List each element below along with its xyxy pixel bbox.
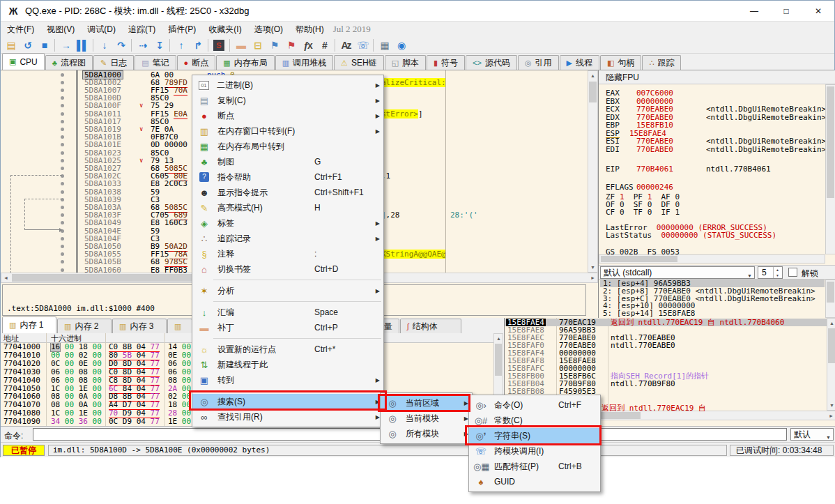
menu-item-set-new-origin[interactable]: ☼设置新的运行点Ctrl+*: [192, 342, 383, 357]
tab-dump-3[interactable]: ▥内存 3: [112, 319, 167, 333]
scroll-up-icon[interactable]: ▲: [827, 319, 835, 328]
minimize-button[interactable]: —: [738, 1, 770, 22]
toolbar-step-out-button[interactable]: ↑: [172, 38, 189, 53]
menu-item-highlight-mode[interactable]: ✎高亮模式(H)H: [192, 200, 383, 215]
menu-item-assemble[interactable]: ↓汇编Space: [192, 305, 383, 320]
tab-dump-2[interactable]: ▥内存 2: [57, 319, 112, 333]
dump-byte[interactable]: 00: [88, 417, 102, 426]
toolbar-stop-button[interactable]: ■: [36, 38, 52, 53]
menu-item-search[interactable]: ◎搜索(S)▶: [192, 394, 383, 409]
toolbar-run-to-user-code-button[interactable]: ↱: [189, 38, 206, 53]
tab-breakpoints[interactable]: ●断点: [177, 55, 216, 70]
tab-handles[interactable]: ◧句柄: [600, 55, 641, 70]
toolbar-patch-button[interactable]: ▬: [232, 38, 249, 53]
menu-item-follow-in-dump[interactable]: ▥在内存窗口中转到(F)▶: [192, 123, 383, 139]
toolbar-step-into-button[interactable]: ↓: [95, 38, 112, 53]
toolbar-run-to-cursor-button[interactable]: ⇢: [134, 38, 151, 53]
menu-item-patch[interactable]: ▬补丁Ctrl+P: [192, 320, 383, 335]
toolbar-comments-button[interactable]: ⊟: [249, 38, 266, 53]
tab-script[interactable]: ◱脚本: [385, 55, 426, 70]
command-type-select[interactable]: 默认 ▼: [790, 428, 834, 441]
register-row[interactable]: EBX00000000: [606, 98, 673, 105]
menu-item-new-thread-here[interactable]: ⇅新建线程于此: [192, 357, 383, 372]
menu-item-follow-in-memory-map[interactable]: ▦在内存布局中转到: [192, 139, 383, 154]
scroll-thumb[interactable]: [827, 86, 834, 198]
toolbar-functions-button[interactable]: ƒx: [299, 38, 316, 53]
scroll-right-icon[interactable]: ►: [588, 273, 597, 282]
register-row[interactable]: EFLAGS 00000246: [606, 183, 673, 191]
menu-item-show-mnemonic-brief[interactable]: ☻显示指令提示Ctrl+Shift+F1: [192, 185, 383, 200]
scroll-up-icon[interactable]: ▲: [494, 334, 503, 343]
scroll-thumb[interactable]: [828, 328, 835, 363]
stack-row[interactable]: 15E8FB04770B9F80ntdll.770B9F80: [505, 380, 827, 388]
toolbar-step-over-button[interactable]: ↷: [112, 38, 129, 53]
calling-convention-select[interactable]: 默认 (stdcall) ▼: [600, 266, 755, 279]
arg-count-stepper[interactable]: 5 ▲▼: [758, 266, 783, 279]
hide-fpu-button[interactable]: 隐藏FPU: [599, 70, 835, 84]
argument-row[interactable]: 5: [esp+14] 15E8FAE8: [600, 310, 825, 317]
tab-trace[interactable]: ∴跟踪: [642, 55, 681, 70]
menu-item-find-references[interactable]: ∞查找引用(R)▶: [192, 409, 383, 425]
register-row[interactable]: EAX007C6000: [606, 89, 673, 97]
register-row[interactable]: EDI770EABE0<ntdll.DbgUiRemoteBreakin>: [606, 146, 673, 153]
dump-byte[interactable]: 36: [74, 417, 88, 426]
stepper-arrows-icon[interactable]: ▲▼: [773, 267, 781, 278]
menubar-item-5[interactable]: 收藏夹(I): [202, 22, 247, 37]
register-row[interactable]: EIP770B4061ntdll.770B4061: [606, 165, 673, 173]
menu-item-goto[interactable]: ▣转到▶: [192, 372, 383, 388]
menu-item-pattern[interactable]: ◎▦匹配特征(P)Ctrl+B: [469, 459, 600, 474]
toolbar-pause-button[interactable]: ▌▌: [74, 38, 91, 53]
toolbar-calculator-button[interactable]: ▦: [376, 38, 392, 53]
stack-row[interactable]: 15E8FAE4770EAC19返回到 ntdll.770EAC19 自 ntd…: [505, 319, 827, 326]
tab-struct[interactable]: ʃ结构体: [400, 319, 461, 333]
register-row[interactable]: ESI770EABE0<ntdll.DbgUiRemoteBreakin>: [606, 137, 673, 145]
scroll-thumb[interactable]: [589, 82, 597, 102]
dump-byte[interactable]: 00: [177, 417, 191, 426]
menu-item-guid[interactable]: ♠GUID: [469, 474, 600, 489]
toolbar-ordinals-button[interactable]: #: [316, 38, 332, 53]
menubar-item-3[interactable]: 追踪(T): [122, 22, 162, 37]
menu-item-constant[interactable]: ◎#常数(C): [469, 413, 600, 428]
toolbar-restart-button[interactable]: ↺: [19, 38, 36, 53]
tab-threads[interactable]: ▶线程: [560, 55, 599, 70]
tab-symbols[interactable]: ▮符号: [427, 55, 465, 70]
tab-references[interactable]: ◎引用: [518, 55, 559, 70]
scroll-thumb[interactable]: [827, 282, 834, 303]
menu-item-comment[interactable]: §注释:: [192, 246, 383, 261]
menubar-item-2[interactable]: 调试(D): [81, 22, 122, 37]
scroll-thumb[interactable]: [495, 344, 502, 376]
registers-pane[interactable]: 隐藏FPU EAX007C6000EBX00000000ECX770EABE0<…: [599, 70, 835, 318]
menu-item-command[interactable]: ◎›命令(O)Ctrl+F: [469, 397, 600, 413]
menu-item-current-region[interactable]: ◎当前区域▶: [381, 395, 472, 411]
menu-item-label[interactable]: ◈标签▶: [192, 215, 383, 231]
menu-item-binary[interactable]: 01二进制(B)▶: [192, 77, 383, 93]
menubar-item-4[interactable]: 插件(P): [162, 22, 202, 37]
stack-row[interactable]: 15E8FAF400000000: [505, 349, 827, 357]
toolbar-bookmarks-button[interactable]: ⚑: [282, 38, 299, 53]
menu-item-string-references[interactable]: ◎❜字符串(S): [469, 428, 600, 443]
tab-seh[interactable]: ⚠SEH链: [334, 55, 384, 70]
toolbar-run-button[interactable]: →: [57, 38, 74, 53]
scroll-left-icon[interactable]: ◄: [1, 273, 10, 282]
scroll-thumb[interactable]: [601, 256, 677, 262]
dump-byte[interactable]: 04: [132, 417, 146, 426]
menu-item-analysis[interactable]: ✶分析▶: [192, 283, 383, 298]
tab-cpu[interactable]: ▣CPU: [2, 53, 45, 70]
tab-graph[interactable]: ♣流程图: [45, 55, 93, 70]
tab-notes[interactable]: ▤笔记: [135, 55, 176, 70]
menu-item-trace-record[interactable]: ∴追踪记录▶: [192, 231, 383, 246]
dump-byte[interactable]: 34: [51, 417, 60, 426]
toolbar-execute-till-return-button[interactable]: ↧: [151, 38, 167, 53]
tab-dump-4-partial[interactable]: ▥: [167, 319, 192, 333]
dump-byte[interactable]: 77: [146, 417, 160, 426]
register-row[interactable]: ECX770EABE0<ntdll.DbgUiRemoteBreakin>: [606, 105, 673, 113]
toolbar-scylla-button[interactable]: S: [210, 38, 227, 53]
menu-item-copy[interactable]: ▤复制(C)▶: [192, 93, 383, 108]
unlock-checkbox[interactable]: [788, 268, 797, 277]
flag-row[interactable]: CF 0 TF 0 IF 1: [606, 208, 680, 216]
register-row[interactable]: EDX770EABE0<ntdll.DbgUiRemoteBreakin>: [606, 114, 673, 121]
menubar-item-1[interactable]: 视图(V): [40, 22, 81, 37]
dump-byte[interactable]: D9: [118, 417, 132, 426]
dump-byte[interactable]: 1E: [168, 417, 177, 426]
close-button[interactable]: ✕: [802, 1, 834, 22]
